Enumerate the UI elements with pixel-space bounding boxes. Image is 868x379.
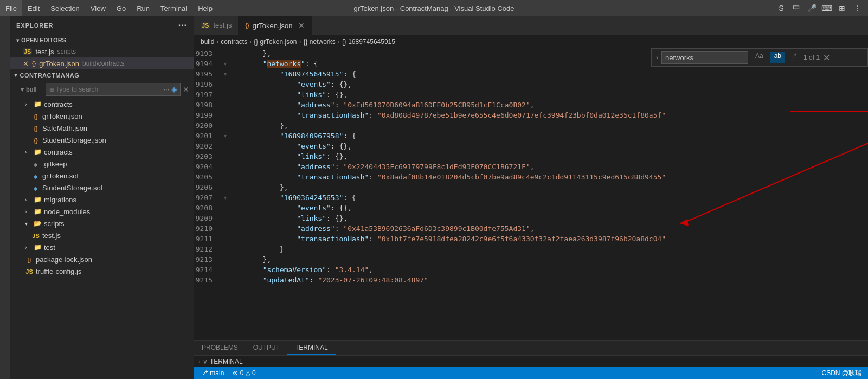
problems-tab[interactable]: PROBLEMS bbox=[194, 341, 246, 355]
tab-close-button[interactable]: ✕ bbox=[298, 21, 305, 30]
line-9198: 9198 "address": "0xEd561070D6094aB16DEE0… bbox=[194, 100, 868, 110]
tree-item-safemath[interactable]: {} SafeMath.json bbox=[10, 122, 194, 134]
menu-selection[interactable]: Selection bbox=[45, 0, 85, 16]
contracts-arrow: › bbox=[25, 101, 31, 107]
errors-status[interactable]: ⊗ 0 △ 0 bbox=[230, 369, 258, 377]
tree-item-contracts-src[interactable]: › 📁 contracts bbox=[10, 146, 194, 158]
window-controls: S 中 🎤 ⌨ ⊞ ⋮ bbox=[775, 2, 868, 15]
packagelock-label: package-lock.json bbox=[36, 255, 92, 264]
search-container: ▾ buil ⊞ ··· ◉ ✕ bbox=[10, 81, 194, 98]
tree-item-contracts[interactable]: › 📁 contracts bbox=[10, 98, 194, 110]
terminal-expand-arrow[interactable]: › bbox=[198, 358, 201, 365]
tree-item-grtoken-sol[interactable]: ◆ grToken.sol bbox=[10, 170, 194, 182]
filter-icon: ⊞ bbox=[49, 87, 54, 93]
status-left: ⎇ main ⊗ 0 △ 0 bbox=[198, 369, 258, 377]
line-9199: 9199 "transactionHash": "0xd808d49787ebe… bbox=[194, 110, 868, 120]
contractmanag-label[interactable]: ▾ CONTRACTMANAG bbox=[10, 69, 194, 81]
menu-file[interactable]: File bbox=[0, 0, 22, 16]
line-9203: 9203 "links": {}, bbox=[194, 151, 868, 162]
find-regex-button[interactable]: .* bbox=[788, 52, 800, 63]
status-bar: ⎇ main ⊗ 0 △ 0 CSDN @耿瑞 bbox=[194, 367, 868, 379]
editor-scroll[interactable]: 9193 }, 9194 ▾ "networks": { 9195 ▾ " bbox=[194, 48, 868, 340]
menu-go[interactable]: Go bbox=[111, 0, 131, 16]
output-tab[interactable]: OUTPUT bbox=[246, 341, 287, 355]
breadcrumb-contracts[interactable]: contracts bbox=[221, 38, 247, 46]
open-editor-grtokenjson-path: build\contracts bbox=[82, 60, 124, 67]
line-9200: 9200 }, bbox=[194, 120, 868, 131]
open-editor-grtokenjson[interactable]: ✕ {} grToken.json build\contracts bbox=[10, 57, 194, 69]
json-file-icon3: {} bbox=[31, 136, 40, 144]
line-9204: 9204 "address": "0x22404435Ec69179799F8c… bbox=[194, 162, 868, 172]
sougou-icon: S bbox=[775, 2, 788, 15]
studentstorage-sol-label: StudentStorage.sol bbox=[42, 184, 102, 192]
line-9210: 9210 "address": "0x41a53B9692636aFd6D3c3… bbox=[194, 223, 868, 234]
search-options-button[interactable]: ··· bbox=[164, 86, 169, 93]
tree-item-scripts[interactable]: ▾ 📂 scripts bbox=[10, 217, 194, 229]
line-9209: 9209 "links": {}, bbox=[194, 213, 868, 223]
menu-view[interactable]: View bbox=[85, 0, 111, 16]
tree-item-migrations[interactable]: › 📁 migrations bbox=[10, 194, 194, 205]
json-file-icon2: {} bbox=[31, 124, 40, 132]
find-count: 1 of 1 bbox=[803, 54, 820, 61]
search-go-button[interactable]: ◉ bbox=[171, 86, 177, 93]
breadcrumb-networkid[interactable]: {} 1689745645915 bbox=[342, 38, 395, 46]
menu-terminal[interactable]: Terminal bbox=[155, 0, 192, 16]
search-input[interactable] bbox=[56, 86, 162, 93]
csdn-credit: CSDN @耿瑞 bbox=[819, 369, 864, 378]
tree-item-studentstorage-sol[interactable]: ◆ StudentStorage.sol bbox=[10, 182, 194, 194]
git-branch-status[interactable]: ⎇ main bbox=[198, 369, 226, 377]
lang-icon: 中 bbox=[790, 2, 803, 15]
json-packagelock-icon: {} bbox=[25, 255, 34, 264]
terminal-tab-label: TERMINAL bbox=[295, 344, 328, 351]
find-case-button[interactable]: Aa bbox=[751, 52, 767, 63]
file-tree: › 📁 contracts {} grToken.json {} SafeMat… bbox=[10, 98, 194, 379]
test-label: test bbox=[44, 243, 55, 252]
find-wholeword-button[interactable]: ab bbox=[770, 52, 785, 63]
search-close-button[interactable]: ✕ bbox=[183, 85, 189, 94]
breadcrumb-grtoken[interactable]: {} grToken.json bbox=[254, 38, 297, 46]
menu-edit[interactable]: Edit bbox=[22, 0, 45, 16]
nodemodules-arrow: › bbox=[25, 209, 31, 215]
find-input[interactable] bbox=[661, 51, 748, 64]
js-truffle-icon: JS bbox=[25, 267, 34, 275]
tree-item-grtoken[interactable]: {} grToken.json bbox=[10, 110, 194, 122]
window-title: grToken.json - ContractManag - Visual St… bbox=[353, 4, 514, 12]
grtoken-sol-label: grToken.sol bbox=[42, 172, 78, 180]
tree-item-nodemodules[interactable]: › 📁 node_modules bbox=[10, 205, 194, 217]
menu-run[interactable]: Run bbox=[131, 0, 155, 16]
folder-test-icon: 📁 bbox=[34, 243, 42, 251]
find-close-button[interactable]: ✕ bbox=[823, 53, 830, 63]
json-icon: {} bbox=[32, 60, 36, 67]
build-folder[interactable]: ▾ buil bbox=[14, 84, 43, 95]
open-editors-label[interactable]: ▾ OPEN EDITORS bbox=[10, 35, 194, 46]
terminal-tab[interactable]: TERMINAL bbox=[287, 341, 336, 355]
sidebar-more-button[interactable]: ··· bbox=[178, 21, 187, 30]
tree-item-studentstorage-json[interactable]: {} StudentStorage.json bbox=[10, 134, 194, 146]
menu-help[interactable]: Help bbox=[192, 0, 218, 16]
output-tab-label: OUTPUT bbox=[253, 344, 280, 351]
line-9213: 9213 }, bbox=[194, 254, 868, 265]
find-collapse-arrow[interactable]: › bbox=[656, 54, 658, 61]
git-icon: ◆ bbox=[31, 160, 40, 168]
tab-testjs[interactable]: JS test.js bbox=[194, 16, 239, 35]
build-text: buil bbox=[26, 86, 37, 93]
tree-item-truffle-config[interactable]: JS truffle-config.js bbox=[10, 265, 194, 277]
terminal-collapse-arrow[interactable]: ∨ bbox=[203, 358, 208, 365]
tab-testjs-label: test.js bbox=[213, 21, 232, 29]
line-9215: 9215 "updatedAt": "2023-07-26T09:48:08.4… bbox=[194, 275, 868, 285]
tree-item-testjs[interactable]: JS test.js bbox=[10, 229, 194, 241]
breadcrumb-networks[interactable]: {} networks bbox=[303, 38, 335, 46]
tab-grtoken[interactable]: {} grToken.json ✕ bbox=[239, 16, 311, 35]
tree-item-gitkeep[interactable]: ◆ .gitkeep bbox=[10, 158, 194, 170]
tab-grtoken-label: grToken.json bbox=[253, 22, 293, 30]
tree-item-test[interactable]: › 📁 test bbox=[10, 241, 194, 253]
line-9214: 9214 "schemaVersion": "3.4.14", bbox=[194, 265, 868, 275]
sol-icon2: ◆ bbox=[31, 184, 40, 192]
test-arrow: › bbox=[25, 245, 31, 250]
migrations-label: migrations bbox=[44, 196, 76, 204]
tree-item-package-lock[interactable]: {} package-lock.json bbox=[10, 253, 194, 265]
search-box[interactable]: ⊞ ··· ◉ bbox=[46, 83, 181, 96]
breadcrumb-build[interactable]: build bbox=[201, 38, 214, 46]
mic-icon: 🎤 bbox=[805, 2, 818, 15]
open-editor-testjs[interactable]: JS test.js scripts bbox=[10, 46, 194, 57]
